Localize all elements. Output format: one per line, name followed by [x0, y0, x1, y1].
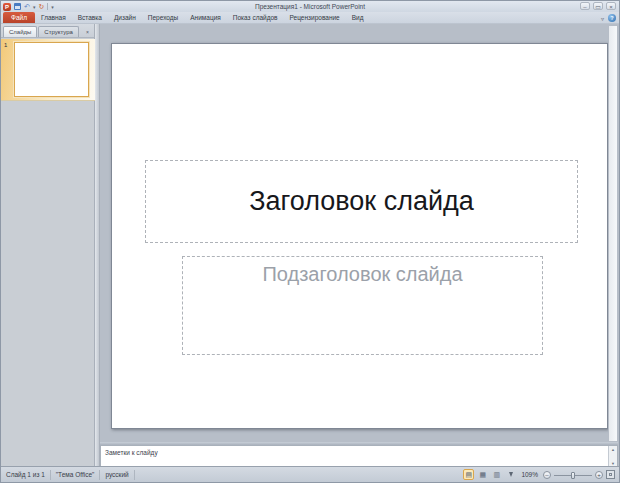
undo-icon[interactable]: ↶	[24, 3, 30, 10]
subtitle-placeholder[interactable]: Подзаголовок слайда	[182, 256, 543, 355]
slide-canvas[interactable]: Заголовок слайда Подзаголовок слайда	[111, 43, 608, 429]
slide-thumbnail[interactable]	[14, 42, 89, 97]
help-icon[interactable]: ?	[608, 14, 616, 22]
tab-review[interactable]: Рецензирование	[284, 12, 346, 23]
tab-transitions[interactable]: Переходы	[142, 12, 185, 23]
notes-pane[interactable]: Заметки к слайду ▲ ▼	[100, 445, 618, 468]
ribbon-right-controls: ▿ ?	[601, 14, 616, 22]
notes-scrollbar[interactable]: ▲ ▼	[608, 446, 617, 467]
vertical-scrollbar[interactable]	[608, 25, 618, 442]
title-bar: P ↶ ▾ ↻ ▾ Презентация1 - Microsoft Power…	[1, 1, 619, 12]
tab-outline[interactable]: Структура	[38, 26, 78, 37]
window-title: Презентация1 - Microsoft PowerPoint	[1, 3, 619, 10]
ribbon-tab-row: Файл Главная Вставка Дизайн Переходы Ани…	[1, 12, 619, 24]
tab-insert[interactable]: Вставка	[72, 12, 108, 23]
tab-view[interactable]: Вид	[346, 12, 370, 23]
slide-sorter-button[interactable]: ▦	[477, 469, 488, 480]
undo-dropdown-icon[interactable]: ▾	[33, 4, 36, 10]
slideshow-button[interactable]	[505, 469, 516, 480]
tab-file[interactable]: Файл	[3, 12, 35, 23]
title-placeholder[interactable]: Заголовок слайда	[145, 160, 578, 243]
slides-pane: Слайды Структура × 1	[1, 24, 95, 468]
powerpoint-app-icon[interactable]: P	[3, 3, 11, 11]
tab-home[interactable]: Главная	[35, 12, 72, 23]
title-placeholder-text: Заголовок слайда	[249, 186, 474, 217]
qat-customize-icon[interactable]: ▾	[51, 4, 54, 10]
tab-animations[interactable]: Анимация	[184, 12, 227, 23]
subtitle-placeholder-text: Подзаголовок слайда	[262, 263, 462, 285]
tab-design[interactable]: Дизайн	[108, 12, 142, 23]
slideshow-icon	[509, 472, 513, 477]
tab-slideshow[interactable]: Показ слайдов	[227, 12, 284, 23]
ribbon-collapse-icon[interactable]: ▿	[601, 15, 604, 22]
save-icon[interactable]	[14, 3, 21, 10]
window-controls: – ▭ ×	[580, 2, 616, 10]
pane-tabs: Слайды Структура ×	[1, 24, 94, 38]
reading-view-button[interactable]: ▥	[491, 469, 502, 480]
slide-thumbnail-number: 1	[4, 42, 7, 48]
minimize-button[interactable]: –	[580, 2, 590, 10]
slide-thumbnail-row: 1	[1, 39, 95, 101]
close-button[interactable]: ×	[606, 2, 616, 10]
restore-button[interactable]: ▭	[593, 2, 603, 10]
status-bar-right: ▤ ▦ ▥ 109% – +	[463, 469, 619, 480]
zoom-in-button[interactable]: +	[595, 471, 603, 479]
scroll-up-icon[interactable]: ▲	[611, 447, 615, 452]
fit-to-window-button[interactable]	[606, 470, 615, 479]
zoom-out-button[interactable]: –	[543, 471, 551, 479]
pane-splitter[interactable]	[95, 24, 100, 468]
powerpoint-window: P ↶ ▾ ↻ ▾ Презентация1 - Microsoft Power…	[0, 0, 620, 483]
language-indicator[interactable]: русский	[100, 470, 134, 480]
quick-access-toolbar: P ↶ ▾ ↻ ▾	[3, 2, 54, 11]
theme-indicator[interactable]: "Тема Office"	[51, 470, 101, 480]
zoom-slider[interactable]	[554, 471, 592, 479]
slide-indicator: Слайд 1 из 1	[1, 470, 51, 480]
status-bar: Слайд 1 из 1 "Тема Office" русский ▤ ▦ ▥…	[1, 466, 619, 482]
notes-placeholder-text: Заметки к слайду	[105, 449, 158, 456]
tab-slides[interactable]: Слайды	[3, 26, 37, 37]
zoom-slider-thumb[interactable]	[571, 472, 575, 479]
qat-separator	[47, 3, 48, 10]
redo-icon[interactable]: ↻	[38, 3, 44, 10]
zoom-level[interactable]: 109%	[519, 471, 540, 478]
normal-view-button[interactable]: ▤	[463, 469, 474, 480]
pane-close-icon[interactable]: ×	[83, 27, 92, 37]
